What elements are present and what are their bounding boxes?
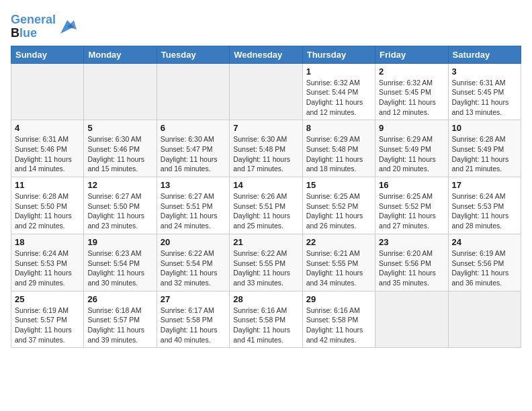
logo: GeneralBlue <box>11 13 77 40</box>
day-info: Sunrise: 6:29 AM Sunset: 5:48 PM Dayligh… <box>306 134 371 174</box>
day-number: 29 <box>306 294 371 304</box>
day-info: Sunrise: 6:30 AM Sunset: 5:46 PM Dayligh… <box>87 134 152 174</box>
calendar-week-2: 4Sunrise: 6:31 AM Sunset: 5:46 PM Daylig… <box>11 120 521 177</box>
day-info: Sunrise: 6:30 AM Sunset: 5:47 PM Dayligh… <box>161 134 226 174</box>
day-header-monday: Monday <box>84 46 157 63</box>
calendar-week-3: 11Sunrise: 6:28 AM Sunset: 5:50 PM Dayli… <box>11 177 521 234</box>
calendar-cell: 7Sunrise: 6:30 AM Sunset: 5:48 PM Daylig… <box>230 120 302 177</box>
day-header-friday: Friday <box>375 46 448 63</box>
logo-text: GeneralBlue <box>11 13 56 40</box>
calendar-cell: 20Sunrise: 6:22 AM Sunset: 5:54 PM Dayli… <box>157 234 229 291</box>
logo-icon <box>58 17 77 36</box>
day-info: Sunrise: 6:18 AM Sunset: 5:57 PM Dayligh… <box>87 306 152 345</box>
day-number: 16 <box>379 180 444 190</box>
calendar-cell: 6Sunrise: 6:30 AM Sunset: 5:47 PM Daylig… <box>157 120 229 177</box>
day-number: 3 <box>452 66 517 77</box>
calendar-cell: 19Sunrise: 6:23 AM Sunset: 5:54 PM Dayli… <box>84 234 157 291</box>
day-header-tuesday: Tuesday <box>157 46 229 63</box>
calendar-cell: 13Sunrise: 6:27 AM Sunset: 5:51 PM Dayli… <box>157 177 229 234</box>
day-info: Sunrise: 6:24 AM Sunset: 5:53 PM Dayligh… <box>452 191 517 231</box>
calendar-week-4: 18Sunrise: 6:24 AM Sunset: 5:53 PM Dayli… <box>11 234 521 291</box>
day-info: Sunrise: 6:23 AM Sunset: 5:54 PM Dayligh… <box>87 248 152 288</box>
calendar-header: SundayMondayTuesdayWednesdayThursdayFrid… <box>11 46 521 63</box>
day-header-thursday: Thursday <box>302 46 375 63</box>
day-info: Sunrise: 6:28 AM Sunset: 5:50 PM Dayligh… <box>15 191 80 231</box>
calendar-cell <box>448 291 521 348</box>
calendar-cell: 9Sunrise: 6:29 AM Sunset: 5:49 PM Daylig… <box>375 120 448 177</box>
day-number: 17 <box>452 180 517 190</box>
day-info: Sunrise: 6:29 AM Sunset: 5:49 PM Dayligh… <box>379 134 444 174</box>
day-number: 28 <box>233 294 298 304</box>
day-number: 23 <box>379 237 444 247</box>
calendar-table: SundayMondayTuesdayWednesdayThursdayFrid… <box>11 46 521 349</box>
day-number: 10 <box>452 123 517 133</box>
day-info: Sunrise: 6:16 AM Sunset: 5:58 PM Dayligh… <box>306 306 371 345</box>
calendar-week-5: 25Sunrise: 6:19 AM Sunset: 5:57 PM Dayli… <box>11 291 521 348</box>
day-info: Sunrise: 6:22 AM Sunset: 5:55 PM Dayligh… <box>233 248 298 288</box>
day-info: Sunrise: 6:26 AM Sunset: 5:51 PM Dayligh… <box>233 191 298 231</box>
day-info: Sunrise: 6:17 AM Sunset: 5:58 PM Dayligh… <box>161 306 226 345</box>
calendar-cell <box>375 291 448 348</box>
day-info: Sunrise: 6:25 AM Sunset: 5:52 PM Dayligh… <box>306 191 371 231</box>
day-info: Sunrise: 6:19 AM Sunset: 5:57 PM Dayligh… <box>15 306 80 345</box>
page-header: GeneralBlue <box>11 11 521 40</box>
calendar-cell <box>157 63 229 120</box>
calendar-cell: 8Sunrise: 6:29 AM Sunset: 5:48 PM Daylig… <box>302 120 375 177</box>
day-number: 7 <box>233 123 298 133</box>
day-number: 1 <box>306 66 371 77</box>
day-number: 13 <box>161 180 226 190</box>
calendar-cell: 11Sunrise: 6:28 AM Sunset: 5:50 PM Dayli… <box>11 177 84 234</box>
day-number: 24 <box>452 237 517 247</box>
day-number: 14 <box>233 180 298 190</box>
day-number: 8 <box>306 123 371 133</box>
calendar-cell: 23Sunrise: 6:20 AM Sunset: 5:56 PM Dayli… <box>375 234 448 291</box>
day-info: Sunrise: 6:31 AM Sunset: 5:46 PM Dayligh… <box>15 134 80 174</box>
day-number: 20 <box>161 237 226 247</box>
calendar-cell: 5Sunrise: 6:30 AM Sunset: 5:46 PM Daylig… <box>84 120 157 177</box>
day-header-sunday: Sunday <box>11 46 84 63</box>
calendar-cell: 25Sunrise: 6:19 AM Sunset: 5:57 PM Dayli… <box>11 291 84 348</box>
calendar-cell: 26Sunrise: 6:18 AM Sunset: 5:57 PM Dayli… <box>84 291 157 348</box>
calendar-cell: 28Sunrise: 6:16 AM Sunset: 5:58 PM Dayli… <box>230 291 302 348</box>
calendar-cell: 3Sunrise: 6:31 AM Sunset: 5:45 PM Daylig… <box>448 63 521 120</box>
calendar-cell: 16Sunrise: 6:25 AM Sunset: 5:52 PM Dayli… <box>375 177 448 234</box>
day-info: Sunrise: 6:27 AM Sunset: 5:50 PM Dayligh… <box>87 191 152 231</box>
day-header-wednesday: Wednesday <box>230 46 302 63</box>
calendar-cell: 10Sunrise: 6:28 AM Sunset: 5:49 PM Dayli… <box>448 120 521 177</box>
day-info: Sunrise: 6:32 AM Sunset: 5:45 PM Dayligh… <box>379 78 444 118</box>
calendar-cell: 14Sunrise: 6:26 AM Sunset: 5:51 PM Dayli… <box>230 177 302 234</box>
calendar-cell: 18Sunrise: 6:24 AM Sunset: 5:53 PM Dayli… <box>11 234 84 291</box>
calendar-cell: 24Sunrise: 6:19 AM Sunset: 5:56 PM Dayli… <box>448 234 521 291</box>
day-number: 25 <box>15 294 80 304</box>
calendar-cell: 1Sunrise: 6:32 AM Sunset: 5:44 PM Daylig… <box>302 63 375 120</box>
day-number: 11 <box>15 180 80 190</box>
day-number: 15 <box>306 180 371 190</box>
day-info: Sunrise: 6:24 AM Sunset: 5:53 PM Dayligh… <box>15 248 80 288</box>
calendar-cell: 2Sunrise: 6:32 AM Sunset: 5:45 PM Daylig… <box>375 63 448 120</box>
calendar-cell: 21Sunrise: 6:22 AM Sunset: 5:55 PM Dayli… <box>230 234 302 291</box>
calendar-cell: 22Sunrise: 6:21 AM Sunset: 5:55 PM Dayli… <box>302 234 375 291</box>
day-number: 21 <box>233 237 298 247</box>
day-info: Sunrise: 6:20 AM Sunset: 5:56 PM Dayligh… <box>379 248 444 288</box>
day-info: Sunrise: 6:27 AM Sunset: 5:51 PM Dayligh… <box>161 191 226 231</box>
calendar-cell: 17Sunrise: 6:24 AM Sunset: 5:53 PM Dayli… <box>448 177 521 234</box>
day-info: Sunrise: 6:32 AM Sunset: 5:44 PM Dayligh… <box>306 78 371 118</box>
calendar-cell <box>230 63 302 120</box>
day-info: Sunrise: 6:31 AM Sunset: 5:45 PM Dayligh… <box>452 78 517 118</box>
calendar-cell: 15Sunrise: 6:25 AM Sunset: 5:52 PM Dayli… <box>302 177 375 234</box>
day-info: Sunrise: 6:19 AM Sunset: 5:56 PM Dayligh… <box>452 248 517 288</box>
calendar-cell <box>84 63 157 120</box>
day-number: 9 <box>379 123 444 133</box>
day-number: 18 <box>15 237 80 247</box>
day-number: 2 <box>379 66 444 77</box>
day-info: Sunrise: 6:16 AM Sunset: 5:58 PM Dayligh… <box>233 306 298 345</box>
day-info: Sunrise: 6:22 AM Sunset: 5:54 PM Dayligh… <box>161 248 226 288</box>
day-header-saturday: Saturday <box>448 46 521 63</box>
day-number: 12 <box>87 180 152 190</box>
day-number: 4 <box>15 123 80 133</box>
day-number: 27 <box>161 294 226 304</box>
calendar-cell: 12Sunrise: 6:27 AM Sunset: 5:50 PM Dayli… <box>84 177 157 234</box>
day-info: Sunrise: 6:30 AM Sunset: 5:48 PM Dayligh… <box>233 134 298 174</box>
calendar-cell <box>11 63 84 120</box>
day-info: Sunrise: 6:25 AM Sunset: 5:52 PM Dayligh… <box>379 191 444 231</box>
